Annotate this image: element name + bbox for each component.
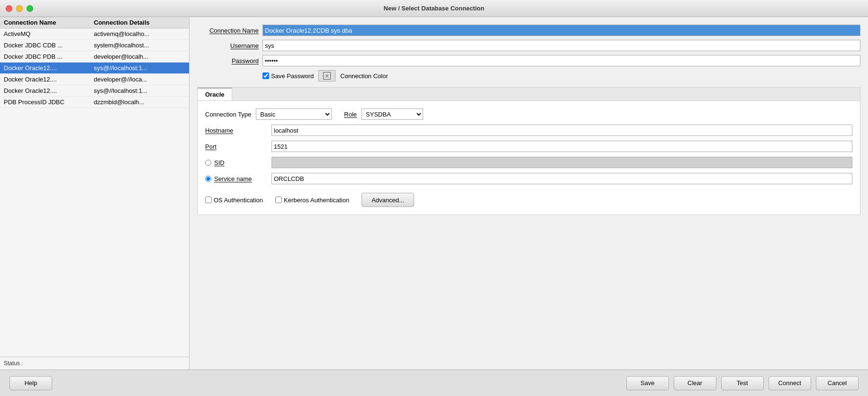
connection-row-name: ActiveMQ — [4, 30, 94, 37]
status-label: Status : — [4, 360, 23, 367]
service-name-input[interactable] — [271, 173, 852, 184]
role-select[interactable]: SYSDBA SYSOPER default — [362, 108, 423, 120]
connection-row-details: sys@//localhost:1... — [94, 64, 185, 72]
connection-color-button[interactable] — [318, 70, 335, 81]
sid-row: SID — [205, 157, 852, 168]
username-label: Username — [197, 42, 259, 49]
connection-row-details: developer@//loca... — [94, 76, 185, 83]
os-auth-checkbox[interactable] — [205, 197, 212, 203]
sid-input[interactable] — [271, 157, 852, 168]
save-password-checkbox-label[interactable]: Save Password — [262, 72, 314, 80]
help-button[interactable]: Help — [9, 376, 52, 390]
connection-row[interactable]: Docker JDBC CDB ...system@localhost... — [0, 40, 189, 51]
connection-row-name: Docker Oracle12.... — [4, 76, 94, 83]
password-input[interactable] — [262, 55, 860, 66]
service-name-radio[interactable] — [205, 176, 211, 182]
minimize-button[interactable] — [16, 5, 23, 12]
password-label: Password — [197, 57, 259, 64]
password-row: Password — [197, 55, 860, 66]
kerberos-auth-label[interactable]: Kerberos Authentication — [275, 197, 349, 204]
conn-type-label: Connection Type — [205, 111, 251, 118]
col-name-header: Connection Name — [4, 19, 94, 26]
connection-row[interactable]: Docker Oracle12....developer@//loca... — [0, 74, 189, 85]
connection-row-name: Docker JDBC PDB ... — [4, 53, 94, 60]
connection-row[interactable]: ActiveMQactivemq@localho... — [0, 28, 189, 40]
connection-color-label: Connection Color — [340, 72, 388, 80]
hostname-input[interactable] — [271, 125, 852, 136]
kerberos-auth-text: Kerberos Authentication — [284, 197, 349, 204]
save-password-checkbox[interactable] — [262, 72, 269, 79]
role-label: Role — [344, 111, 357, 118]
os-auth-text: OS Authentication — [214, 197, 263, 204]
service-name-row: Service name — [205, 173, 852, 184]
tab-header: Oracle — [198, 88, 860, 101]
window-title: New / Select Database Connection — [384, 5, 484, 12]
left-panel: Connection Name Connection Details Activ… — [0, 17, 190, 369]
hostname-row: Hostname — [205, 125, 852, 136]
close-button[interactable] — [6, 5, 12, 12]
sid-label[interactable]: SID — [214, 159, 225, 166]
save-button[interactable]: Save — [626, 376, 669, 390]
window-controls — [6, 5, 33, 12]
hostname-label: Hostname — [205, 127, 267, 134]
sid-radio-group: SID — [205, 159, 267, 166]
cancel-button[interactable]: Cancel — [816, 376, 859, 390]
connection-row[interactable]: Docker Oracle12....sys@//localhost:1... — [0, 85, 189, 97]
connection-name-label: Connection Name — [197, 27, 259, 34]
connection-row-details: developer@localh... — [94, 53, 185, 60]
port-label: Port — [205, 143, 267, 150]
connection-row-name: Docker JDBC CDB ... — [4, 42, 94, 49]
right-panel: Connection Name Username Password Save P… — [190, 17, 868, 369]
service-name-label[interactable]: Service name — [214, 175, 252, 182]
connection-list: ActiveMQactivemq@localho...Docker JDBC C… — [0, 28, 189, 357]
status-bar: Status : — [0, 357, 189, 369]
connection-name-input[interactable] — [262, 25, 860, 36]
tab-body: Connection Type Basic TNS LDAP Advanced … — [198, 101, 860, 215]
col-details-header: Connection Details — [94, 19, 185, 26]
connection-row[interactable]: Docker JDBC PDB ...developer@localh... — [0, 51, 189, 63]
maximize-button[interactable] — [27, 5, 33, 12]
list-header: Connection Name Connection Details — [0, 17, 189, 28]
conn-type-select[interactable]: Basic TNS LDAP Advanced — [256, 108, 332, 120]
connection-name-row: Connection Name — [197, 25, 860, 36]
username-input[interactable] — [262, 40, 860, 51]
color-swatch-icon — [322, 71, 332, 81]
connection-row-name: PDB ProcessID JDBC — [4, 99, 94, 106]
connection-row[interactable]: Docker Oracle12....sys@//localhost:1... — [0, 63, 189, 74]
os-auth-label[interactable]: OS Authentication — [205, 197, 263, 204]
port-row: Port — [205, 141, 852, 152]
connection-row-name: Docker Oracle12.... — [4, 64, 94, 72]
kerberos-auth-checkbox[interactable] — [275, 197, 282, 203]
test-button[interactable]: Test — [721, 376, 764, 390]
save-password-text: Save Password — [271, 72, 314, 80]
save-password-row: Save Password Connection Color — [197, 70, 860, 81]
clear-button[interactable]: Clear — [674, 376, 716, 390]
connection-row-name: Docker Oracle12.... — [4, 87, 94, 94]
conn-type-role-row: Connection Type Basic TNS LDAP Advanced … — [205, 108, 852, 120]
sid-radio[interactable] — [205, 160, 211, 166]
connection-row-details: dzzmbid@localh... — [94, 99, 185, 106]
main-content: Connection Name Connection Details Activ… — [0, 17, 868, 369]
connect-button[interactable]: Connect — [769, 376, 811, 390]
port-input[interactable] — [271, 141, 852, 152]
connection-row[interactable]: PDB ProcessID JDBCdzzmbid@localh... — [0, 97, 189, 108]
bottom-bar: Help Save Clear Test Connect Cancel — [0, 369, 868, 396]
username-row: Username — [197, 40, 860, 51]
title-bar: New / Select Database Connection — [0, 0, 868, 17]
oracle-tab-section: Oracle Connection Type Basic TNS LDAP Ad… — [197, 87, 860, 215]
connection-row-details: system@localhost... — [94, 42, 185, 49]
tab-oracle[interactable]: Oracle — [198, 88, 232, 100]
connection-row-details: sys@//localhost:1... — [94, 87, 185, 94]
advanced-button[interactable]: Advanced... — [362, 193, 414, 207]
service-name-radio-group: Service name — [205, 175, 267, 182]
connection-row-details: activemq@localho... — [94, 30, 185, 37]
auth-row: OS Authentication Kerberos Authenticatio… — [205, 193, 852, 207]
tab-oracle-label: Oracle — [205, 91, 224, 98]
